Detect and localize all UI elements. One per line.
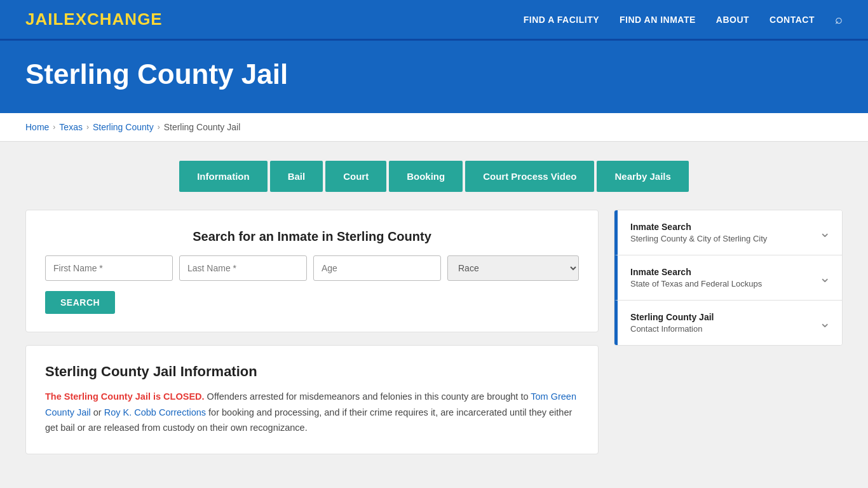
closed-text: The Sterling County Jail is CLOSED. bbox=[45, 391, 205, 402]
left-column: Search for an Inmate in Sterling County … bbox=[25, 210, 599, 454]
info-card-title: Sterling County Jail Information bbox=[45, 363, 579, 380]
sidebar-item-1-top: Inmate Search bbox=[630, 222, 767, 232]
tab-information[interactable]: Information bbox=[179, 161, 268, 192]
inmate-search-card: Search for an Inmate in Sterling County … bbox=[25, 210, 599, 332]
nav-links: FIND A FACILITY FIND AN INMATE ABOUT CON… bbox=[524, 12, 843, 27]
sidebar-item-1-sub: Sterling County & City of Sterling City bbox=[630, 234, 767, 243]
nav-find-inmate[interactable]: FIND AN INMATE bbox=[620, 15, 696, 25]
body-text: Offenders arrested for misdemeanors and … bbox=[205, 391, 531, 402]
tab-nearby-jails[interactable]: Nearby Jails bbox=[597, 161, 688, 192]
info-card-body: The Sterling County Jail is CLOSED. Offe… bbox=[45, 389, 579, 436]
search-button[interactable]: SEARCH bbox=[45, 291, 115, 314]
breadcrumb-sep-2: › bbox=[86, 123, 89, 132]
first-name-input[interactable] bbox=[45, 255, 173, 281]
chevron-down-icon-1: ⌄ bbox=[819, 224, 831, 241]
breadcrumb-sep-1: › bbox=[53, 123, 55, 132]
breadcrumb-county[interactable]: Sterling County bbox=[93, 122, 154, 132]
nav-search-button[interactable]: ⌕ bbox=[835, 12, 843, 27]
breadcrumb: Home › Texas › Sterling County › Sterlin… bbox=[0, 113, 868, 142]
navbar: JAILEXCHANGE FIND A FACILITY FIND AN INM… bbox=[0, 0, 868, 41]
chevron-down-icon-2: ⌄ bbox=[819, 269, 831, 286]
race-select[interactable]: Race White Black Hispanic Asian Other bbox=[447, 255, 579, 281]
age-input[interactable] bbox=[313, 255, 441, 281]
logo-exchange: EXCHANGE bbox=[64, 10, 162, 29]
roy-cobb-link[interactable]: Roy K. Cobb Corrections bbox=[104, 407, 206, 417]
last-name-input[interactable] bbox=[179, 255, 307, 281]
sidebar-item-2-sub: State of Texas and Federal Lockups bbox=[630, 279, 762, 288]
nav-contact[interactable]: CONTACT bbox=[770, 15, 815, 25]
tab-bar: Information Bail Court Booking Court Pro… bbox=[25, 161, 843, 192]
sidebar-item-contact-info[interactable]: Sterling County Jail Contact Information… bbox=[614, 301, 842, 345]
breadcrumb-home[interactable]: Home bbox=[25, 122, 49, 132]
sidebar-card: Inmate Search Sterling County & City of … bbox=[614, 210, 843, 346]
sidebar-item-inmate-search-county[interactable]: Inmate Search Sterling County & City of … bbox=[614, 210, 842, 255]
right-column: Inmate Search Sterling County & City of … bbox=[614, 210, 843, 346]
sidebar-item-inmate-search-state[interactable]: Inmate Search State of Texas and Federal… bbox=[614, 255, 842, 301]
site-logo[interactable]: JAILEXCHANGE bbox=[25, 10, 163, 29]
nav-find-facility[interactable]: FIND A FACILITY bbox=[524, 15, 599, 25]
search-form: Race White Black Hispanic Asian Other bbox=[45, 255, 579, 281]
sidebar-item-2-top: Inmate Search bbox=[630, 267, 762, 277]
mid-text: or bbox=[91, 407, 104, 417]
sidebar-item-3-sub: Contact Information bbox=[630, 324, 714, 334]
tab-bail[interactable]: Bail bbox=[270, 161, 323, 192]
info-card: Sterling County Jail Information The Ste… bbox=[25, 345, 599, 454]
breadcrumb-texas[interactable]: Texas bbox=[59, 122, 83, 132]
sidebar-item-3-top: Sterling County Jail bbox=[630, 312, 714, 322]
tab-court[interactable]: Court bbox=[325, 161, 386, 192]
two-column-layout: Search for an Inmate in Sterling County … bbox=[25, 210, 843, 454]
logo-jail: JAIL bbox=[25, 10, 64, 29]
search-card-title: Search for an Inmate in Sterling County bbox=[45, 229, 579, 244]
hero-section: Sterling County Jail bbox=[0, 41, 868, 113]
page-title: Sterling County Jail bbox=[25, 58, 843, 90]
nav-about[interactable]: ABOUT bbox=[716, 15, 749, 25]
content-area: Information Bail Court Booking Court Pro… bbox=[0, 142, 868, 473]
tab-court-process-video[interactable]: Court Process Video bbox=[465, 161, 594, 192]
tab-booking[interactable]: Booking bbox=[389, 161, 463, 192]
breadcrumb-sep-3: › bbox=[158, 123, 160, 132]
chevron-down-icon-3: ⌄ bbox=[819, 315, 831, 331]
breadcrumb-current: Sterling County Jail bbox=[164, 122, 241, 132]
